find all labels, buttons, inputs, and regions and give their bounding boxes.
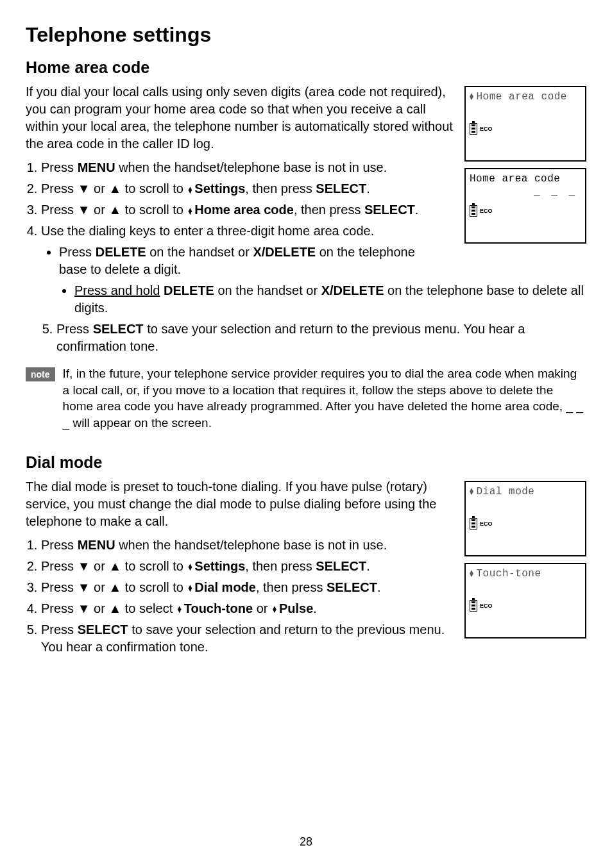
lcd-screen-home-area-1: ▲▼Home area code ECO <box>464 86 586 162</box>
note-tag: note <box>26 367 55 381</box>
eco-icon: ECO <box>480 603 493 609</box>
screen-text: Dial mode <box>477 486 535 497</box>
dial-mode-intro: The dial mode is preset to touch-tone di… <box>26 478 453 530</box>
bullet-delete-all: Press and hold DELETE on the handset or … <box>74 282 586 317</box>
screen-value: _ _ _ <box>470 186 581 197</box>
eco-icon: ECO <box>480 521 493 527</box>
up-triangle-icon: ▲ <box>108 203 121 217</box>
dm-step-5: Press SELECT to save your selection and … <box>41 621 453 656</box>
bullet-delete-digit: Press DELETE on the handset or X/DELETE … <box>59 244 426 278</box>
dial-mode-steps: Press MENU when the handset/telephone ba… <box>26 537 453 656</box>
updown-icon: ▲▼ <box>187 187 193 193</box>
up-triangle-icon: ▲ <box>108 181 121 196</box>
up-triangle-icon: ▲ <box>108 559 121 573</box>
battery-icon <box>470 205 477 217</box>
lcd-screen-dial-mode-1: ▲▼Dial mode ECO <box>464 481 586 556</box>
step-3: Press ▼ or ▲ to scroll to ▲▼Home area co… <box>41 201 453 219</box>
step-4: Use the dialing keys to enter a three-di… <box>41 222 426 278</box>
screen-text: Home area code <box>477 91 567 103</box>
screen-text: Home area code <box>470 173 560 185</box>
updown-icon: ▲▼ <box>470 488 474 495</box>
down-triangle-icon: ▼ <box>78 580 90 594</box>
battery-icon <box>470 123 477 135</box>
screen-text: Touch-tone <box>477 568 541 580</box>
down-triangle-icon: ▼ <box>78 181 90 196</box>
eco-icon: ECO <box>480 208 493 214</box>
updown-icon: ▲▼ <box>187 208 193 214</box>
dm-step-2: Press ▼ or ▲ to scroll to ▲▼Settings, th… <box>41 558 453 575</box>
page-title: Telephone settings <box>26 23 586 47</box>
lcd-screen-home-area-2: Home area code _ _ _ ECO <box>464 168 586 244</box>
updown-icon: ▲▼ <box>470 94 474 100</box>
up-triangle-icon: ▲ <box>108 601 121 615</box>
battery-icon <box>470 518 477 530</box>
step-2: Press ▼ or ▲ to scroll to ▲▼Settings, th… <box>41 180 453 197</box>
down-triangle-icon: ▼ <box>78 559 90 573</box>
home-area-heading: Home area code <box>26 58 586 77</box>
step-1: Press MENU when the handset/telephone ba… <box>41 159 453 176</box>
dial-mode-heading: Dial mode <box>26 453 586 472</box>
updown-icon: ▲▼ <box>187 585 193 591</box>
updown-icon: ▲▼ <box>271 606 278 612</box>
home-area-steps: Press MENU when the handset/telephone ba… <box>26 159 453 278</box>
battery-icon <box>470 600 477 612</box>
updown-icon: ▲▼ <box>470 571 474 577</box>
dm-step-4: Press ▼ or ▲ to select ▲▼Touch-tone or ▲… <box>41 600 453 617</box>
down-triangle-icon: ▼ <box>78 203 90 217</box>
eco-icon: ECO <box>480 126 493 132</box>
dm-step-3: Press ▼ or ▲ to scroll to ▲▼Dial mode, t… <box>41 579 453 596</box>
note-text: If, in the future, your telephone servic… <box>63 365 586 431</box>
down-triangle-icon: ▼ <box>78 601 90 615</box>
step-5: Press SELECT to save your selection and … <box>56 321 586 355</box>
updown-icon: ▲▼ <box>187 563 193 570</box>
home-area-intro: If you dial your local calls using only … <box>26 83 453 153</box>
lcd-screen-dial-mode-2: ▲▼Touch-tone ECO <box>464 563 586 638</box>
up-triangle-icon: ▲ <box>108 580 121 594</box>
updown-icon: ▲▼ <box>176 606 183 612</box>
page-number: 28 <box>0 835 612 849</box>
dm-step-1: Press MENU when the handset/telephone ba… <box>41 537 453 554</box>
